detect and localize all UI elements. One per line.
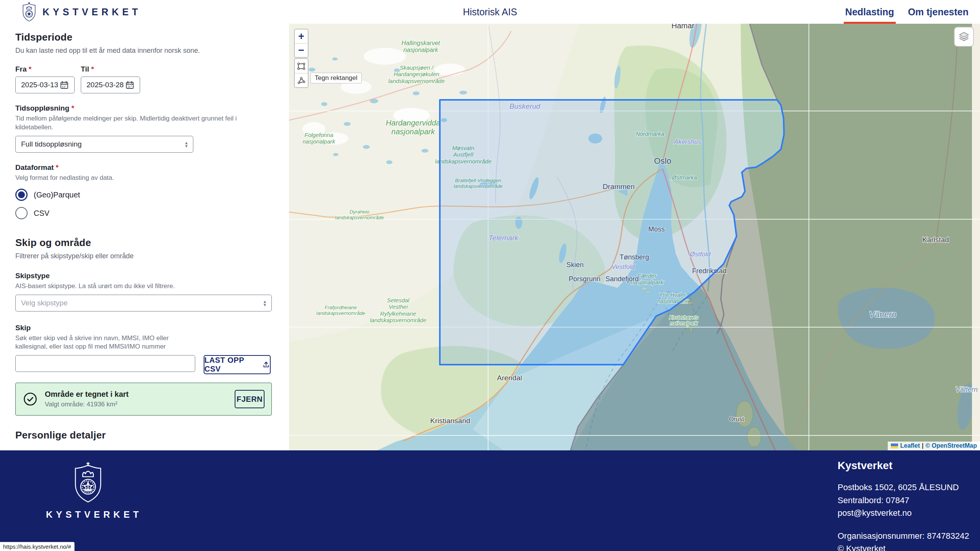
skipstype-helper: AIS-basert skipstype. La stå urørt om du… <box>15 282 272 291</box>
app-header: KYSTVERKET Historisk AIS Nedlasting Om t… <box>0 0 980 24</box>
browser-link-preview: https://hais.kystverket.no/# <box>0 542 75 551</box>
layers-control[interactable] <box>954 27 974 47</box>
upload-icon <box>262 360 270 369</box>
svg-text:Hardangerviddanasjonalpark: Hardangerviddanasjonalpark <box>386 119 440 136</box>
calendar-icon[interactable] <box>60 80 69 90</box>
polygon-tool-icon <box>297 76 305 85</box>
draw-control <box>294 58 309 88</box>
select-chevrons-icon: ▴▾ <box>263 300 266 306</box>
footer-heading: Kystverket <box>838 459 969 472</box>
map-canvas[interactable]: HamarHallingskarvetnasjonalparkSkaupsjøe… <box>289 24 980 450</box>
zoom-control: + − <box>294 29 309 58</box>
skipstype-label: Skipstype <box>15 272 50 280</box>
page-footer: KYSTVERKET Kystverket Postboks 1502, 602… <box>0 450 980 551</box>
skip-label: Skip <box>15 324 31 332</box>
skip-helper: Søk etter skip ved å skrive inn navn, MM… <box>15 334 195 352</box>
section-tidsperiode: Tidsperiode <box>15 31 272 43</box>
dataformat-helper: Velg format for nedlasting av data. <box>15 174 272 183</box>
svg-text:Kosterhavetsnationalpark: Kosterhavetsnationalpark <box>669 315 698 326</box>
radio-geoparquet[interactable]: (Geo)Parquet <box>15 189 272 201</box>
svg-text:Arendal: Arendal <box>497 374 522 382</box>
tidsperiode-description: Du kan laste ned opp til ett år med data… <box>15 46 272 55</box>
brand-name: KYSTVERKET <box>42 7 141 18</box>
dataformat-label: Dataformat * <box>15 163 59 171</box>
section-personlige: Personlige detaljer <box>15 429 272 441</box>
svg-text:Folgefonnanasjonalpark: Folgefonnanasjonalpark <box>302 132 336 145</box>
draw-polygon-button[interactable] <box>295 73 308 87</box>
footer-brand-name: KYSTVERKET <box>46 509 130 520</box>
svg-text:Vänern: Vänern <box>869 310 897 319</box>
svg-text:Hallingskarvetnasjonalpark: Hallingskarvetnasjonalpark <box>402 40 440 53</box>
draw-tooltip: Tegn rektangel <box>310 73 362 83</box>
section-skip-omrade: Skip og område <box>15 237 272 249</box>
map-tiles: HamarHallingskarvetnasjonalparkSkaupsjøe… <box>289 24 980 450</box>
footer-phone: Sentralbord: 07847 <box>838 495 969 506</box>
download-form-panel: Tidsperiode Du kan laste ned opp til ett… <box>0 24 289 450</box>
footer-contact-info: Kystverket Postboks 1502, 6025 ÅLESUND S… <box>838 459 969 551</box>
ukraine-flag-icon <box>891 443 898 448</box>
check-circle-icon <box>23 392 37 406</box>
kystverket-emblem-icon <box>21 2 37 22</box>
header-nav: Nedlasting Om tjenesten <box>838 0 975 24</box>
layers-icon <box>958 31 970 42</box>
footer-address: Postboks 1502, 6025 ÅLESUND <box>838 482 969 493</box>
svg-text:Karlstad: Karlstad <box>922 236 949 244</box>
page-title: Historisk AIS <box>463 7 517 18</box>
skipstype-select[interactable]: Velg skipstype ▴▾ <box>15 295 272 311</box>
footer-logo: KYSTVERKET <box>46 461 130 520</box>
area-status-text: Område er tegnet i kart Valgt område: 41… <box>45 390 129 408</box>
radio-unselected-icon[interactable] <box>15 207 28 219</box>
area-status-subtitle: Valgt område: 41936 km² <box>45 401 129 408</box>
footer-copyright: © Kystverket <box>838 543 969 551</box>
svg-text:Kristiansand: Kristiansand <box>430 417 470 425</box>
kystverket-emblem-icon <box>71 461 105 504</box>
skip-omrade-description: Filtrerer på skipstype/skip eller område <box>15 252 272 261</box>
active-tab-indicator <box>844 22 896 24</box>
select-chevrons-icon: ▴▾ <box>185 141 188 148</box>
zoom-out-button[interactable]: − <box>295 43 308 57</box>
fjern-button[interactable]: FJERN <box>235 390 265 408</box>
nav-item-om-tjenesten[interactable]: Om tjenesten <box>901 0 975 24</box>
radio-selected-icon[interactable] <box>15 189 28 201</box>
nav-item-nedlasting[interactable]: Nedlasting <box>838 0 901 24</box>
til-date-input[interactable]: 2025-03-28 <box>81 77 140 93</box>
svg-text:Vättern: Vättern <box>956 386 978 393</box>
til-label: Til * <box>81 65 140 73</box>
osm-link[interactable]: © OpenStreetMap <box>926 442 977 449</box>
fra-date-input[interactable]: 2025-03-13 <box>15 77 75 93</box>
last-opp-csv-button[interactable]: LAST OPP CSV <box>204 355 271 374</box>
map-attribution: Leaflet | © OpenStreetMap <box>888 442 980 450</box>
skip-search-input[interactable] <box>15 355 195 372</box>
kystverket-logo[interactable]: KYSTVERKET <box>21 2 141 22</box>
calendar-icon[interactable] <box>125 80 134 90</box>
svg-text:Hamar: Hamar <box>671 24 694 30</box>
svg-text:Orust: Orust <box>729 416 744 422</box>
rectangle-tool-icon <box>297 62 305 70</box>
footer-email[interactable]: post@kystverket.no <box>838 508 969 518</box>
fra-label: Fra * <box>15 65 75 73</box>
area-status-title: Område er tegnet i kart <box>45 390 129 399</box>
draw-rectangle-button[interactable] <box>295 59 308 73</box>
footer-org-number: Organisasjonsnummer: 874783242 <box>838 531 969 541</box>
zoom-in-button[interactable]: + <box>295 29 308 43</box>
tidsopplosning-select[interactable]: Full tidsoppløsning ▴▾ <box>15 136 193 153</box>
tidsopplosning-label: Tidsoppløsning * <box>15 104 74 112</box>
tidsopplosning-helper: Tid mellom påfølgende meldinger per skip… <box>15 114 260 132</box>
radio-csv[interactable]: CSV <box>15 207 272 219</box>
area-drawn-status: Område er tegnet i kart Valgt område: 41… <box>15 383 272 416</box>
leaflet-link[interactable]: Leaflet <box>900 442 920 449</box>
